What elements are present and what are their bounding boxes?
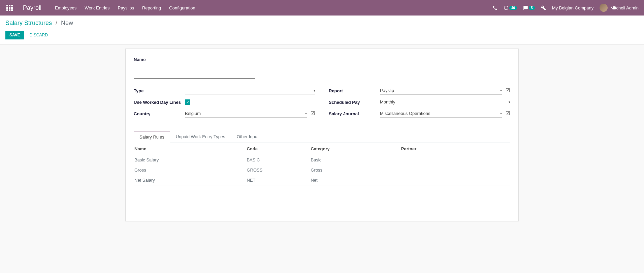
activities-badge: 40 [509,6,517,10]
control-panel: Salary Structures / New SAVE DISCARD [0,16,644,44]
avatar [600,4,608,12]
cell-code: NET [247,175,311,185]
messages-icon[interactable]: 5 [523,5,535,10]
nav-menu: Employees Work Entries Payslips Reportin… [55,5,195,10]
worked-days-label: Use Worked Day Lines [134,100,185,105]
table-row[interactable]: Gross GROSS Gross [134,165,510,175]
name-label: Name [134,57,510,62]
field-report: Report Payslip ▾ [329,86,510,95]
nav-configuration[interactable]: Configuration [169,5,195,10]
form-col-left: Type ▾ Use Worked Day Lines ✓ Cou [134,86,315,120]
type-label: Type [134,88,185,93]
salary-journal-field[interactable]: Miscellaneous Operations ▾ [380,110,502,118]
report-value: Payslip [380,88,394,93]
external-link-icon[interactable] [310,111,315,117]
action-buttons: SAVE DISCARD [5,31,639,39]
app-title[interactable]: Payroll [23,4,41,11]
col-code[interactable]: Code [247,143,311,155]
phone-icon[interactable] [492,5,497,10]
field-scheduled-pay: Scheduled Pay Monthly ▾ [329,97,510,107]
user-menu[interactable]: Mitchell Admin [600,4,639,12]
cell-partner [401,175,510,185]
nav-payslips[interactable]: Payslips [118,5,134,10]
cell-code: GROSS [247,165,311,175]
salary-journal-value: Miscellaneous Operations [380,111,430,116]
nav-right: 40 5 My Belgian Company Mitchell Admin [492,4,639,12]
salary-journal-label: Salary Journal [329,111,380,116]
worked-days-checkbox[interactable]: ✓ [185,99,190,105]
nav-employees[interactable]: Employees [55,5,76,10]
field-type: Type ▾ [134,86,315,95]
breadcrumb-sep: / [56,20,57,26]
company-switcher[interactable]: My Belgian Company [552,5,594,10]
apps-icon[interactable] [5,4,13,12]
cell-name: Net Salary [134,175,247,185]
country-label: Country [134,111,185,116]
sheet-wrapper: Name Type ▾ Use Worked Day Lines [0,44,644,230]
tabs: Salary Rules Unpaid Work Entry Types Oth… [134,130,510,143]
cell-category: Basic [311,155,401,165]
cell-partner [401,165,510,175]
country-value: Belgium [185,111,201,116]
report-label: Report [329,88,380,93]
breadcrumb-parent[interactable]: Salary Structures [5,20,52,26]
navbar: Payroll Employees Work Entries Payslips … [0,0,644,16]
cell-code: BASIC [247,155,311,165]
name-input[interactable] [134,69,255,79]
caret-icon: ▾ [314,89,315,92]
scheduled-pay-label: Scheduled Pay [329,100,380,105]
save-button[interactable]: SAVE [5,31,24,39]
caret-icon: ▾ [500,112,502,115]
tab-unpaid-work-entry[interactable]: Unpaid Work Entry Types [170,131,231,143]
debug-icon[interactable] [541,5,546,10]
nav-reporting[interactable]: Reporting [142,5,161,10]
field-country: Country Belgium ▾ [134,109,315,118]
messages-badge: 5 [529,6,535,10]
external-link-icon[interactable] [505,111,510,117]
tab-salary-rules[interactable]: Salary Rules [134,131,170,143]
cell-partner [401,155,510,165]
scheduled-pay-value: Monthly [380,99,395,104]
user-name: Mitchell Admin [610,5,639,10]
cell-name: Gross [134,165,247,175]
form-col-right: Report Payslip ▾ Scheduled Pay [329,86,510,120]
type-field[interactable]: ▾ [185,87,315,94]
scheduled-pay-field[interactable]: Monthly ▾ [380,98,510,106]
tab-other-input[interactable]: Other Input [231,131,264,143]
report-field[interactable]: Payslip ▾ [380,87,502,95]
table-row[interactable]: Net Salary NET Net [134,175,510,185]
caret-icon: ▾ [305,112,307,115]
col-category[interactable]: Category [311,143,401,155]
breadcrumb: Salary Structures / New [5,20,639,27]
form-group: Type ▾ Use Worked Day Lines ✓ Cou [134,86,510,120]
col-name[interactable]: Name [134,143,247,155]
field-salary-journal: Salary Journal Miscellaneous Operations … [329,109,510,118]
cell-name: Basic Salary [134,155,247,165]
table-row[interactable]: Basic Salary BASIC Basic [134,155,510,165]
col-partner[interactable]: Partner [401,143,510,155]
breadcrumb-current: New [61,20,73,26]
country-field[interactable]: Belgium ▾ [185,110,307,118]
field-worked-days: Use Worked Day Lines ✓ [134,97,315,107]
activities-icon[interactable]: 40 [504,5,517,10]
caret-icon: ▾ [500,89,502,92]
caret-icon: ▾ [509,100,510,104]
salary-rules-table: Name Code Category Partner Basic Salary … [134,143,510,185]
cell-category: Gross [311,165,401,175]
cell-category: Net [311,175,401,185]
form-sheet: Name Type ▾ Use Worked Day Lines [125,49,519,221]
nav-work-entries[interactable]: Work Entries [85,5,109,10]
discard-button[interactable]: DISCARD [26,31,51,39]
title-row: Name [134,57,510,79]
external-link-icon[interactable] [505,88,510,94]
